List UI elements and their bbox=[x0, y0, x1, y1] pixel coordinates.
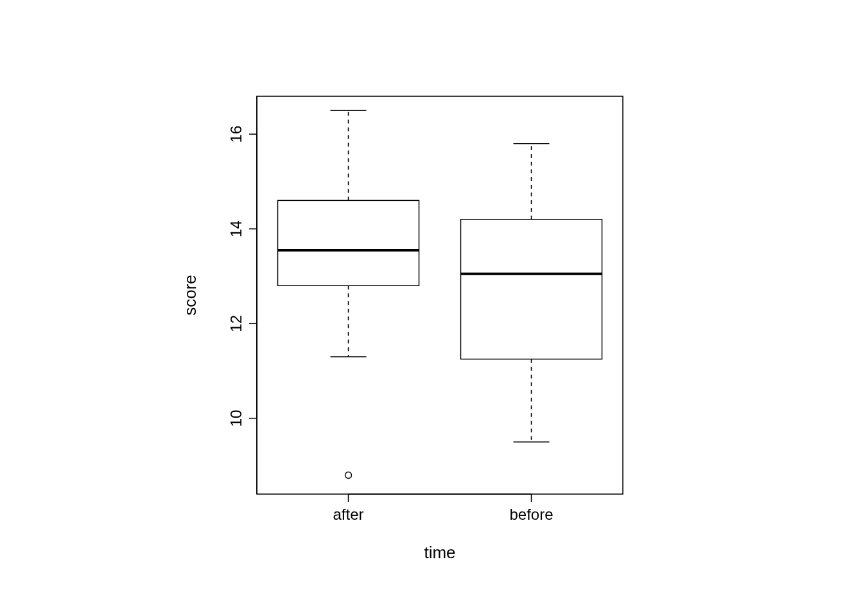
y-tick-label: 12 bbox=[227, 315, 245, 332]
svg-rect-20 bbox=[461, 219, 602, 359]
boxplots bbox=[278, 110, 602, 478]
y-tick-label: 14 bbox=[227, 220, 245, 237]
boxplot-chart: 10121416 afterbefore time score bbox=[0, 0, 863, 616]
y-axis: 10121416 bbox=[227, 96, 257, 494]
x-axis-label: time bbox=[424, 543, 455, 562]
y-axis-label: score bbox=[180, 275, 200, 316]
y-tick-label: 16 bbox=[227, 126, 245, 143]
boxplot-after bbox=[278, 110, 419, 478]
outlier-point bbox=[345, 472, 352, 478]
x-axis: afterbefore bbox=[333, 494, 553, 523]
x-tick-label: after bbox=[333, 506, 363, 523]
chart-svg: 10121416 afterbefore time score bbox=[0, 0, 863, 616]
y-tick-label: 10 bbox=[227, 410, 245, 427]
svg-rect-14 bbox=[278, 200, 419, 286]
x-tick-label: before bbox=[509, 506, 553, 523]
boxplot-before bbox=[461, 144, 602, 442]
